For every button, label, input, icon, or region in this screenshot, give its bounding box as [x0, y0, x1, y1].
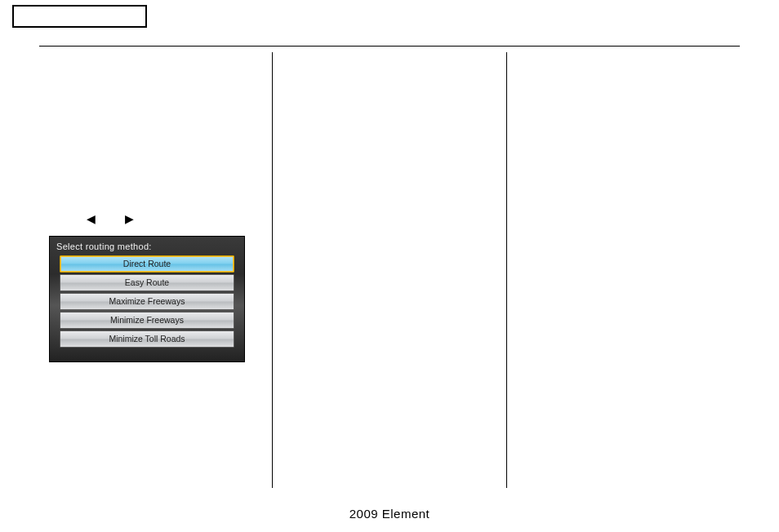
col1-paragraph-3: If you select CHANGE METHOD, use the or …	[49, 182, 262, 202]
content-columns: Say or select CHANGE METHOD by using the…	[39, 52, 740, 488]
left-arrow-icon: ◀	[87, 213, 96, 224]
rule-2: Right turns are favored over left turns …	[283, 227, 496, 237]
col3-heading: Viewing the Routes	[517, 65, 730, 75]
section-indicator-box	[12, 5, 147, 28]
column-1: Say or select CHANGE METHOD by using the…	[39, 52, 272, 488]
desc-easy: "Easy Route" produces a route with the f…	[283, 91, 496, 100]
tip-body: You may only view routes as shown above …	[517, 159, 730, 179]
tip-block: Tip You may only view routes as shown ab…	[517, 143, 730, 179]
note-title: NOTE:	[283, 133, 496, 143]
col3-p1: Selecting View Routes on the Calculate r…	[517, 82, 730, 111]
column-2: "Direct Route" (the factory default) cal…	[272, 52, 505, 488]
routing-rules: It tries to avoid "shortcuts" through re…	[283, 211, 496, 262]
note-1: If the trip is greater than 100 miles, t…	[283, 149, 496, 169]
route-method-descriptions: "Direct Route" (the factory default) cal…	[283, 65, 496, 125]
desc-direct: "Direct Route" (the factory default) cal…	[283, 65, 496, 85]
col1-paragraph-1: Say or select CHANGE METHOD by using the…	[49, 65, 262, 104]
route-option-min-toll[interactable]: Minimize Toll Roads	[60, 330, 234, 348]
nav-screenshot: Select routing method: Direct Route Easy…	[49, 236, 245, 362]
column-3: Viewing the Routes Selecting View Routes…	[506, 52, 740, 488]
route-option-max-freeways[interactable]: Maximize Freeways	[60, 293, 234, 310]
note-block: NOTE: If the trip is greater than 100 mi…	[283, 133, 496, 261]
note-2: The generated route may not be the route…	[283, 175, 496, 205]
arrow-row: ◀ ▶	[87, 213, 262, 224]
rule-1: It tries to avoid "shortcuts" through re…	[283, 211, 496, 221]
col3-p2: Say or select View Routes and the displa…	[517, 117, 730, 137]
screenshot-title: Select routing method:	[50, 237, 244, 256]
header-divider	[39, 46, 740, 47]
col1-paragraph-1b: Tree icons indicate which routes include…	[49, 111, 262, 131]
route-method-list: Direct Route Easy Route Maximize Freeway…	[50, 255, 244, 354]
page-footer: 2009 Element	[0, 507, 779, 521]
tip-title: Tip	[517, 143, 730, 153]
right-arrow-icon: ▶	[125, 213, 134, 224]
desc-others: "Maximize Freeways," "Minimize Freeways,…	[283, 106, 496, 126]
col1-paragraph-2: Alternatively, select the routing method…	[49, 136, 262, 175]
rule-3: Restricted turns (turns that cannot be m…	[283, 242, 496, 261]
col3-p3: If you select a routing method, say or s…	[517, 185, 730, 205]
route-option-easy[interactable]: Easy Route	[60, 274, 234, 291]
route-option-min-freeways[interactable]: Minimize Freeways	[60, 312, 234, 329]
route-option-direct[interactable]: Direct Route	[60, 255, 234, 273]
